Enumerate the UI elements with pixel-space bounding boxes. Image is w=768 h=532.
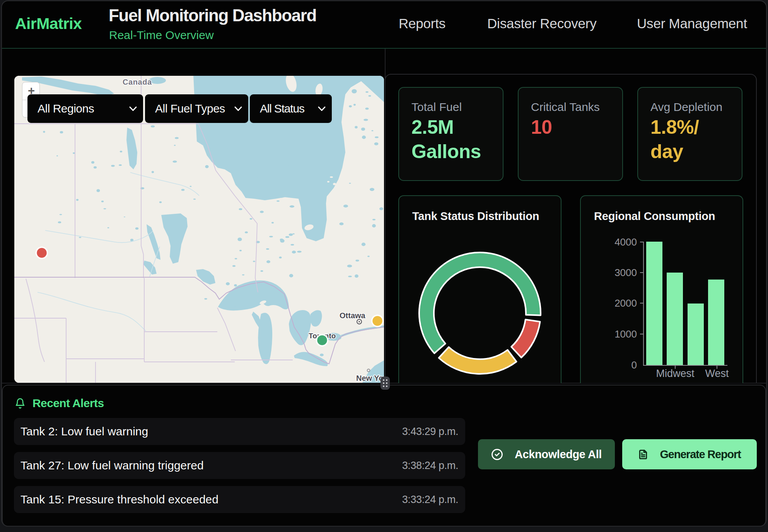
svg-text:Ottawa: Ottawa	[340, 311, 366, 320]
svg-text:Canada: Canada	[123, 78, 152, 86]
svg-text:New York: New York	[356, 374, 384, 382]
